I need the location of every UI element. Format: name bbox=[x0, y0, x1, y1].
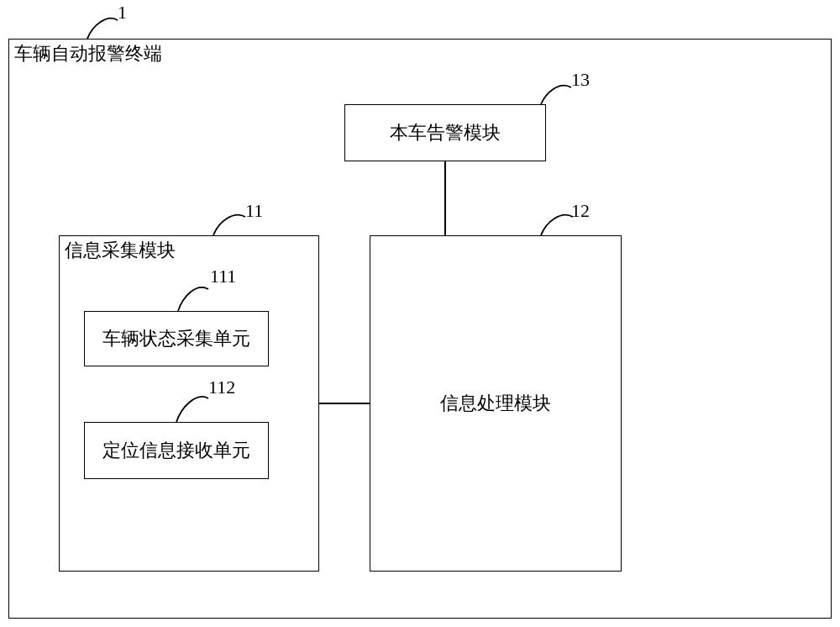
label-collect: 信息采集模块 bbox=[65, 238, 176, 263]
connector-13-12 bbox=[444, 161, 446, 235]
label-alarm: 本车告警模块 bbox=[345, 105, 545, 161]
diagram-canvas: { "refs": { "outer": "1", "collect": "11… bbox=[0, 0, 840, 627]
label-proc: 信息处理模块 bbox=[370, 236, 621, 571]
label-terminal: 车辆自动报警终端 bbox=[14, 41, 162, 66]
block-collect: 信息采集模块 bbox=[59, 235, 319, 572]
refnum-112: 112 bbox=[208, 377, 235, 398]
block-proc: 信息处理模块 bbox=[370, 235, 622, 572]
refnum-111: 111 bbox=[210, 266, 236, 287]
refnum-13: 13 bbox=[571, 69, 590, 91]
block-posrx: 定位信息接收单元 bbox=[84, 422, 269, 479]
label-vstate: 车辆状态采集单元 bbox=[85, 312, 268, 366]
label-posrx: 定位信息接收单元 bbox=[85, 423, 268, 478]
connector-11-12 bbox=[319, 403, 370, 404]
refnum-11: 11 bbox=[245, 200, 263, 222]
block-vstate: 车辆状态采集单元 bbox=[84, 311, 269, 366]
refnum-12: 12 bbox=[571, 200, 590, 222]
block-alarm: 本车告警模块 bbox=[344, 104, 546, 161]
refnum-1: 1 bbox=[118, 2, 127, 24]
